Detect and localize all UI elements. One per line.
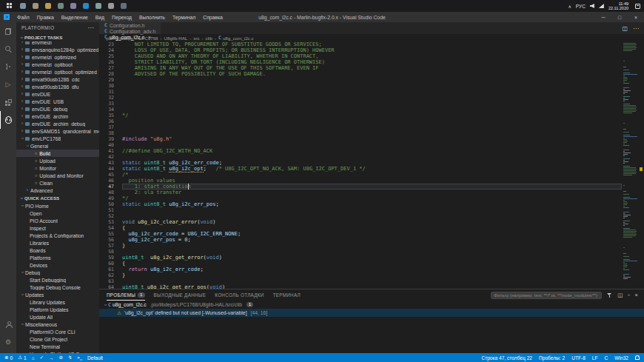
breadcrumb-item[interactable]: libdeps (118, 36, 133, 41)
problems-filter-input[interactable] (491, 292, 602, 299)
code-line-46[interactable]: position values (122, 178, 622, 184)
window-close-button[interactable]: × (628, 12, 644, 22)
panel-tab-1[interactable]: ВЫХОДНЫЕ ДАННЫЕ (154, 289, 207, 301)
window-maximize-button[interactable]: □ (611, 12, 628, 22)
sidebar-item-open[interactable]: Open (16, 210, 99, 217)
menu-3[interactable]: Вид (92, 12, 108, 22)
taskbar-app-app-3[interactable] (41, 0, 54, 12)
taskbar-app-app-7[interactable] (104, 0, 117, 12)
status-errors[interactable]: ⊗0 (4, 355, 13, 361)
code-line-57[interactable]: } (122, 243, 622, 249)
status-pio-terminal[interactable]: >_ (77, 355, 82, 360)
status-warnings[interactable]: ⚠1 (18, 355, 27, 361)
status-encoding[interactable]: UTF-8 (571, 355, 586, 361)
network-icon[interactable] (599, 4, 604, 8)
code-line-29[interactable] (122, 77, 622, 83)
status-pio-upload[interactable]: → (49, 355, 54, 361)
tab-configuration-h[interactable]: CConfiguration.h (99, 22, 161, 28)
code-line-63[interactable] (122, 278, 622, 284)
sidebar-item-advanced[interactable]: ›Advanced (16, 187, 99, 194)
code-line-27[interactable]: ARISING IN ANY WAY OUT OF THE USE OF THI… (122, 65, 622, 71)
code-line-61[interactable]: return u8g_i2c_err_code; (122, 267, 622, 272)
code-line-24[interactable]: LOSS OF USE, DATA, OR PROFITS; OR BUSINE… (122, 47, 622, 53)
status-cursor-position[interactable]: Строка 47, столбец 22 (481, 355, 532, 361)
language-indicator[interactable]: РУС (576, 4, 586, 9)
close-panel-icon[interactable]: × (635, 292, 638, 298)
menu-0[interactable]: Файл (13, 12, 33, 22)
tab-configuration-adv-h[interactable]: CConfiguration_adv.h (99, 28, 161, 34)
activity-search[interactable] (0, 40, 16, 58)
sidebar-item-update-all[interactable]: Update All (16, 313, 99, 321)
sidebar-item-envdue-debug[interactable]: ›envDUE_debug (16, 105, 99, 113)
code-line-40[interactable] (122, 142, 622, 148)
code-line-60[interactable]: { (122, 261, 622, 267)
breadcrumb-item[interactable]: src (193, 36, 199, 41)
sidebar-item-libraries[interactable]: Libraries (16, 239, 99, 247)
sidebar-item-envmelzi-optiboot[interactable]: ›envmelzi_optiboot (16, 61, 99, 68)
code-line-42[interactable] (122, 154, 622, 160)
sidebar-item-clone-git-project[interactable]: Clone Git Project (16, 335, 99, 343)
sidebar-item-toggle-debug-console[interactable]: Toggle Debug Console (16, 284, 99, 291)
sidebar-item-platforms[interactable]: Platforms (16, 254, 99, 261)
breadcrumb-item[interactable]: .pio (105, 36, 113, 41)
code-line-37[interactable] (122, 124, 622, 130)
section-project-tasks[interactable]: › PROJECT TASKS (16, 33, 99, 41)
sidebar-item-envmelzi-optiboot-optimized[interactable]: ›envmelzi_optiboot_optimized (16, 68, 99, 76)
taskbar-app-app-4[interactable] (54, 0, 67, 12)
sidebar-item-projects-configuration[interactable]: Projects & Configuration (16, 232, 99, 239)
code-line-53[interactable]: void u8g_i2c_clear_error(void) (122, 219, 622, 225)
activity-account[interactable] (0, 315, 16, 333)
code-line-34[interactable] (122, 107, 622, 113)
section-quick-access[interactable]: › QUICK ACCESS (16, 194, 99, 202)
sidebar-item-boards[interactable]: Boards (16, 247, 99, 254)
code-line-58[interactable] (122, 249, 622, 255)
code-line-35[interactable]: */ (122, 113, 622, 118)
activity-settings[interactable]: ⚙ (0, 333, 16, 351)
bell-icon[interactable] (635, 355, 640, 359)
sidebar-item-envdue-usb[interactable]: ›envDUE_USB (16, 98, 99, 105)
panel-tab-2[interactable]: КОНСОЛЬ ОТЛАДКИ (215, 289, 264, 301)
code-line-64[interactable]: uint8_t u8g_i2c_get_err_pos(void) (122, 284, 622, 289)
taskbar-app-app-2[interactable] (29, 0, 41, 12)
sidebar-item-envdue-archim[interactable]: ›envDUE_archim (16, 113, 99, 120)
code-line-54[interactable]: { (122, 225, 622, 231)
sidebar-item-general[interactable]: ›General (16, 142, 99, 150)
sidebar-item-pio-home[interactable]: ›PIO Home (16, 202, 99, 210)
status-pio-monitor[interactable]: ↯ (68, 355, 72, 361)
taskbar-app-app-8[interactable] (117, 0, 130, 12)
menu-6[interactable]: Терминал (169, 12, 199, 22)
code-line-26[interactable]: STRICT LIABILITY, OR TORT (INCLUDING NEG… (122, 59, 622, 65)
taskbar-app-vscode[interactable] (79, 0, 92, 12)
activity-explorer[interactable] (0, 22, 16, 40)
sidebar-item-monitor[interactable]: ○Monitor (16, 164, 99, 172)
sidebar-item-envmelzi-optimized[interactable]: ›envmelzi_optimized (16, 53, 99, 61)
status-language-mode[interactable]: C (605, 355, 608, 361)
editor-content[interactable]: NOT LIMITED TO, PROCUREMENT OF SUBSTITUT… (118, 41, 622, 289)
sidebar-item-miscellaneous[interactable]: ›Miscellaneous (16, 321, 99, 328)
sidebar-item-updates[interactable]: ›Updates (16, 291, 99, 298)
code-line-45[interactable]: /* (122, 172, 622, 178)
maximize-panel-icon[interactable]: › (626, 294, 631, 295)
code-line-23[interactable]: NOT LIMITED TO, PROCUREMENT OF SUBSTITUT… (122, 41, 622, 47)
sidebar-item-devices[interactable]: Devices (16, 261, 99, 269)
activity-platformio[interactable] (0, 111, 16, 129)
code-line-52[interactable] (122, 213, 622, 219)
status-platform[interactable]: Win32 (614, 355, 628, 361)
code-line-25[interactable]: CAUSED AND ON ANY THEORY OF LIABILITY, W… (122, 53, 622, 59)
menu-4[interactable]: Переход (108, 12, 135, 22)
more-actions-icon[interactable]: ⋯ (633, 25, 639, 32)
sidebar-item-envlpc1768[interactable]: ›envLPC1768 (16, 135, 99, 142)
menu-1[interactable]: Правка (33, 12, 58, 22)
code-line-30[interactable] (122, 83, 622, 89)
code-line-44[interactable]: static uint8_t u8g_i2c_opt; /* U8G_I2C_O… (122, 166, 622, 172)
taskbar-app-app-1[interactable] (16, 0, 29, 12)
start-button[interactable] (2, 0, 16, 12)
panel-tab-3[interactable]: ТЕРМИНАЛ (273, 289, 301, 301)
code-line-31[interactable] (122, 89, 622, 95)
problem-file-row[interactable]: › C u8g_com_i2c.c .pio/libdeps/LPC1768/U… (99, 301, 644, 309)
breadcrumb-item[interactable]: clib (206, 36, 212, 41)
sidebar-item-clean[interactable]: ○Clean (16, 179, 99, 187)
sidebar-item-envsanguino1284p-optimized[interactable]: ›envsanguino1284p_optimized (16, 46, 99, 53)
status-pio-env[interactable]: Default (87, 355, 103, 361)
menu-2[interactable]: Выделение (58, 12, 92, 22)
